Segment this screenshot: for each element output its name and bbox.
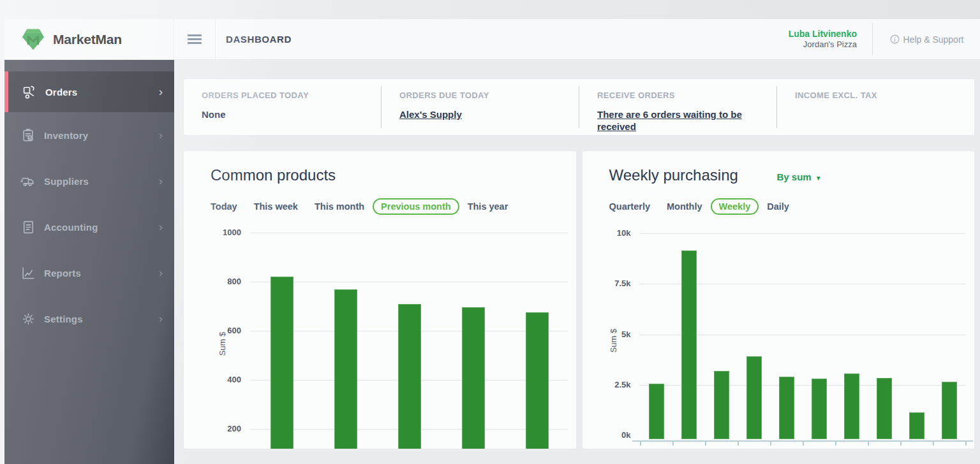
y-tick-label: 200 [211, 424, 241, 433]
sidebar-item-label: Reports [44, 268, 81, 279]
stat-link[interactable]: Alex's Supply [399, 108, 568, 120]
sidebar-item-suppliers[interactable]: Suppliers › [4, 158, 174, 204]
delivery-truck-icon [20, 173, 36, 189]
sidebar-nav: Orders › Inventory › [4, 71, 174, 342]
sidebar-item-label: Accounting [44, 222, 98, 233]
axis-tick [868, 440, 869, 446]
stat-receive-orders: RECEIVE ORDERS There are 6 orders waitin… [579, 79, 776, 135]
menu-toggle-button[interactable] [174, 19, 216, 59]
bar[interactable] [877, 378, 892, 439]
bar-chart-plot: Sum $10k7.5k5k2.5k0k17 - 117 - 217 - 317… [583, 151, 975, 449]
sidebar-item-label: Settings [44, 314, 83, 324]
y-tick-label: 10k [600, 228, 631, 238]
app-frame: MarketMan DASHBOARD Luba Litvinenko Jord… [4, 19, 980, 464]
chevron-right-icon: › [159, 312, 163, 324]
stat-orders-placed-today: ORDERS PLACED TODAY None [184, 79, 381, 135]
bar[interactable] [271, 277, 293, 449]
user-company: Jordan's Pizza [803, 40, 857, 50]
sidebar: Orders › Inventory › [4, 59, 174, 464]
bar[interactable] [714, 371, 729, 439]
bar[interactable] [909, 412, 924, 439]
gridline [250, 233, 567, 233]
clipboard-check-icon [20, 127, 36, 143]
stat-value: None [202, 108, 371, 120]
sidebar-item-label: Inventory [44, 130, 88, 141]
bar[interactable] [779, 377, 794, 439]
gridline [640, 233, 965, 234]
brand-name: MarketMan [53, 32, 122, 47]
chevron-right-icon: › [159, 129, 163, 141]
stat-label: ORDERS PLACED TODAY [202, 91, 381, 100]
axis-tick [900, 440, 902, 446]
y-tick-label: 5k [600, 330, 631, 339]
page-title: DASHBOARD [226, 19, 292, 59]
bar[interactable] [942, 382, 957, 439]
gear-icon [20, 310, 36, 327]
stat-orders-due-today: ORDERS DUE TODAY Alex's Supply [382, 79, 579, 135]
info-icon [889, 34, 900, 45]
axis-tick [738, 440, 739, 446]
sidebar-item-inventory[interactable]: Inventory › [4, 112, 174, 158]
hand-truck-icon [21, 83, 38, 100]
stat-label: INCOME EXCL. TAX [795, 91, 974, 100]
bar[interactable] [649, 384, 664, 439]
stats-bar: ORDERS PLACED TODAY None ORDERS DUE TODA… [183, 78, 975, 136]
bar[interactable] [844, 373, 859, 439]
bar-chart-plot: Sum $1000800600400200 [184, 151, 576, 449]
stat-label: RECEIVE ORDERS [597, 91, 776, 100]
help-support-button[interactable]: Help & Support [873, 19, 980, 59]
stat-link[interactable]: There are 6 orders waiting to be receive… [597, 108, 766, 133]
axis-tick [705, 440, 706, 446]
common-products-card: Common products TodayThis weekThis month… [183, 150, 577, 449]
chevron-right-icon: › [159, 175, 163, 187]
y-tick-label: 400 [211, 375, 241, 384]
help-support-label: Help & Support [903, 34, 964, 45]
hamburger-icon [188, 33, 202, 47]
y-tick-label: 7.5k [600, 279, 631, 288]
main-content: ORDERS PLACED TODAY None ORDERS DUE TODA… [174, 59, 980, 464]
marketman-gem-icon [20, 27, 47, 52]
y-axis-title: Sum $ [608, 322, 618, 360]
gridline [250, 282, 567, 282]
sidebar-item-accounting[interactable]: Accounting › [4, 204, 174, 250]
y-tick-label: 0k [600, 430, 631, 440]
bar[interactable] [462, 307, 485, 449]
bar[interactable] [334, 289, 357, 449]
chevron-right-icon: › [159, 221, 163, 233]
chevron-right-icon: › [159, 266, 163, 279]
bar[interactable] [681, 250, 697, 439]
user-menu[interactable]: Luba Litvinenko Jordan's Pizza [789, 19, 872, 59]
invoice-icon [20, 219, 36, 235]
axis-tick [640, 440, 641, 446]
bar[interactable] [746, 356, 762, 439]
y-tick-label: 600 [211, 326, 241, 335]
user-name: Luba Litvinenko [789, 29, 857, 40]
sidebar-item-reports[interactable]: Reports › [4, 250, 174, 296]
sidebar-item-orders[interactable]: Orders › [4, 71, 174, 112]
sidebar-item-settings[interactable]: Settings › [4, 296, 174, 342]
sidebar-item-label: Orders [45, 87, 77, 98]
axis-tick [835, 440, 836, 446]
sidebar-item-label: Suppliers [44, 176, 89, 187]
bar[interactable] [526, 312, 549, 449]
chevron-right-icon: › [159, 85, 163, 98]
bar[interactable] [398, 304, 421, 449]
y-tick-label: 2.5k [600, 380, 631, 389]
weekly-purchasing-card: Weekly purchasing By sum▼ QuarterlyMonth… [582, 150, 976, 449]
stat-label: ORDERS DUE TODAY [399, 91, 579, 100]
brand-logo[interactable]: MarketMan [4, 19, 174, 59]
top-header: MarketMan DASHBOARD Luba Litvinenko Jord… [4, 19, 980, 60]
axis-tick [672, 440, 674, 446]
y-tick-label: 1000 [211, 228, 241, 237]
header-spacer [292, 19, 789, 59]
axis-tick [933, 440, 934, 446]
axis-tick [803, 440, 804, 446]
stat-income-excl-tax: INCOME EXCL. TAX [777, 79, 974, 135]
chart-icon [20, 265, 36, 281]
bar[interactable] [812, 379, 827, 439]
charts-row: Common products TodayThis weekThis month… [183, 150, 975, 449]
axis-tick [965, 440, 967, 446]
axis-tick [770, 440, 771, 446]
y-tick-label: 800 [211, 277, 241, 286]
